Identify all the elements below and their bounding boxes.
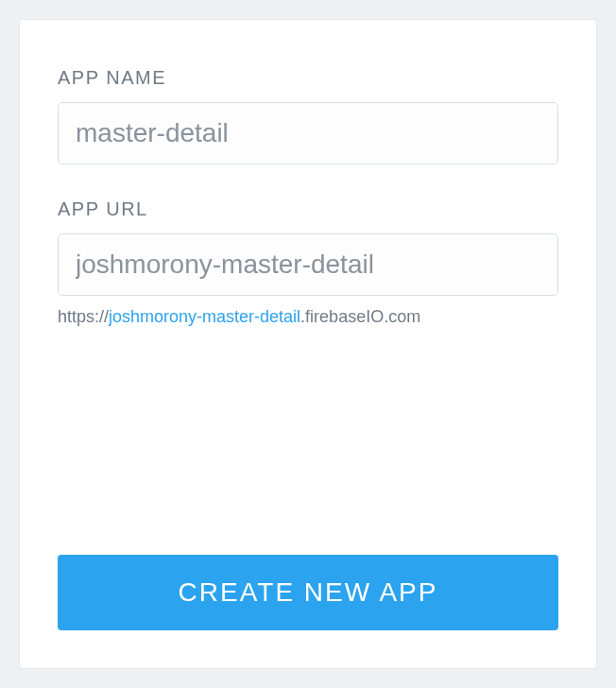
app-url-input[interactable] bbox=[58, 233, 558, 296]
helper-suffix: .firebaseIO.com bbox=[300, 307, 420, 326]
helper-prefix: https:// bbox=[58, 307, 109, 326]
helper-highlight: joshmorony-master-detail bbox=[109, 307, 300, 326]
app-url-group: APP URL https://joshmorony-master-detail… bbox=[58, 198, 558, 327]
app-url-helper: https://joshmorony-master-detail.firebas… bbox=[58, 307, 558, 327]
app-name-group: APP NAME bbox=[58, 67, 558, 164]
app-name-input[interactable] bbox=[58, 102, 558, 164]
spacer bbox=[58, 361, 558, 555]
create-new-app-button[interactable]: CREATE NEW APP bbox=[58, 555, 558, 630]
app-name-label: APP NAME bbox=[58, 67, 558, 89]
create-app-card: APP NAME APP URL https://joshmorony-mast… bbox=[19, 19, 597, 669]
app-url-label: APP URL bbox=[58, 198, 558, 220]
